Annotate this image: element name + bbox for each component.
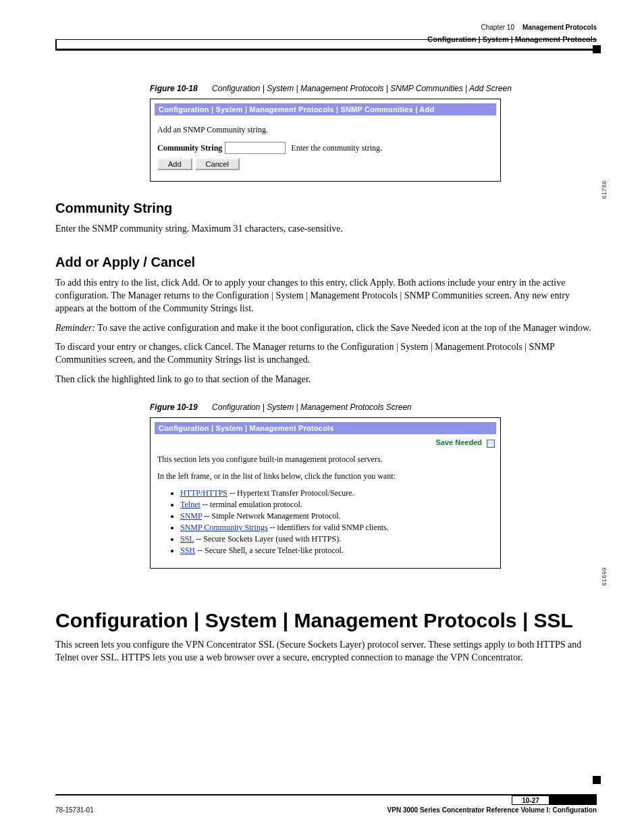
sc1-breadcrumb: Configuration | System | Management Prot…	[155, 103, 496, 115]
community-string-input[interactable]	[225, 142, 286, 154]
list-item: SSH -- Secure Shell, a secure Telnet-lik…	[180, 546, 493, 556]
snmp-community-link[interactable]: SNMP Community Strings	[180, 523, 268, 532]
list-item: SNMP -- Simple Network Management Protoc…	[180, 511, 493, 521]
chapter-label: Chapter 10	[481, 24, 514, 31]
community-string-heading: Community String	[55, 201, 597, 216]
page-number: 10-27	[512, 796, 549, 805]
list-desc: -- terminal emulation protocol.	[200, 500, 302, 509]
save-icon[interactable]	[487, 438, 495, 446]
figure1-screenshot: Configuration | System | Management Prot…	[150, 99, 501, 182]
protocol-list: HTTP/HTTPS -- Hypertext Transfer Protoco…	[180, 488, 493, 556]
add-button[interactable]: Add	[157, 158, 192, 170]
figure1-code: 61786	[601, 180, 608, 199]
figure1-title: Configuration | System | Management Prot…	[212, 84, 512, 93]
reminder-body: To save the active configuration and mak…	[97, 323, 591, 333]
sc2-breadcrumb: Configuration | System | Management Prot…	[155, 422, 496, 434]
figure2-title: Configuration | System | Management Prot…	[212, 402, 412, 412]
figure2-code: 61699	[601, 567, 608, 586]
figure1-id: Figure 10-18	[150, 84, 198, 93]
add-apply-cancel-heading: Add or Apply / Cancel	[55, 255, 597, 270]
ssh-link[interactable]: SSH	[180, 546, 195, 555]
ssl-link[interactable]: SSL	[180, 534, 194, 544]
cancel-button[interactable]: Cancel	[195, 158, 240, 170]
svg-rect-2	[489, 444, 493, 446]
sc1-instruction: Add an SNMP Community string.	[157, 125, 493, 135]
list-desc: -- Secure Sockets Layer (used with HTTPS…	[194, 534, 341, 544]
add-apply-p3: Then click the highlighted link to go to…	[55, 373, 597, 386]
snmp-link[interactable]: SNMP	[180, 511, 202, 521]
community-string-label: Community String	[157, 143, 222, 153]
add-apply-p1: To add this entry to the list, click Add…	[55, 277, 597, 315]
telnet-link[interactable]: Telnet	[180, 500, 200, 509]
add-apply-p2: To discard your entry or changes, click …	[55, 341, 597, 367]
list-item: HTTP/HTTPS -- Hypertext Transfer Protoco…	[180, 488, 493, 498]
http-https-link[interactable]: HTTP/HTTPS	[180, 488, 227, 498]
list-item: SSL -- Secure Sockets Layer (used with H…	[180, 534, 493, 544]
ssl-body: This screen lets you configure the VPN C…	[55, 639, 597, 664]
chapter-title: Management Protocols	[522, 24, 597, 31]
figure2-id: Figure 10-19	[150, 402, 198, 412]
list-item: Telnet -- terminal emulation protocol.	[180, 500, 493, 510]
community-string-body: Enter the SNMP community string. Maximum…	[55, 223, 597, 236]
ssl-heading: Configuration | System | Management Prot…	[55, 609, 597, 632]
list-item: SNMP Community Strings -- identifiers fo…	[180, 523, 493, 533]
footer-block	[549, 796, 597, 805]
figure2-screenshot: Configuration | System | Management Prot…	[150, 417, 501, 569]
save-needed-link[interactable]: Save Needed	[436, 438, 482, 446]
footer-square-icon	[593, 776, 601, 784]
list-desc: -- identifiers for valid SNMP clients.	[268, 523, 389, 532]
sc2-p1: This section lets you configure built-in…	[157, 454, 493, 465]
doc-code: 78-15731-01	[55, 806, 94, 814]
svg-rect-1	[489, 440, 493, 442]
list-desc: -- Simple Network Management Protocol.	[202, 511, 340, 521]
reminder-label: Reminder:	[55, 323, 95, 333]
list-desc: -- Hypertext Transfer Protocol/Secure.	[227, 488, 354, 498]
doc-title: VPN 3000 Series Concentrator Reference V…	[387, 806, 597, 814]
community-string-hint: Enter the community string.	[291, 143, 382, 153]
list-desc: -- Secure Shell, a secure Telnet-like pr…	[195, 546, 344, 555]
sc2-p2: In the left frame, or in the list of lin…	[157, 471, 493, 481]
